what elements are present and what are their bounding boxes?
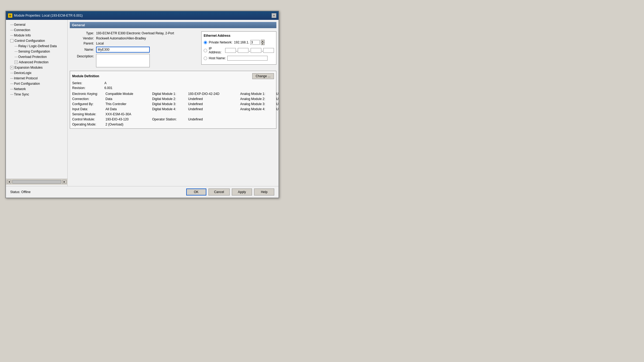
sensing-module-label: Sensing Module: bbox=[72, 112, 104, 116]
change-button[interactable]: Change ... bbox=[252, 73, 274, 79]
title-bar-left: M Module Properties: Local (193-ECM-ETR … bbox=[8, 13, 83, 18]
private-ip-row: 192.168.1. ▲ ▼ bbox=[234, 40, 265, 45]
status-label: Status: bbox=[10, 190, 20, 194]
section-header: General bbox=[70, 22, 276, 28]
electronic-keying-value: Compatible Module bbox=[105, 92, 151, 96]
vendor-label: Vendor: bbox=[70, 36, 94, 40]
name-label: Name: bbox=[70, 48, 94, 51]
sidebar-item-relay-logic[interactable]: — Relay / Logic-Defined Data bbox=[6, 43, 67, 49]
vendor-value: Rockwell Automation/Allen-Bradley bbox=[96, 36, 146, 40]
scroll-right-arrow[interactable]: ► bbox=[62, 180, 67, 184]
dialog-window: M Module Properties: Local (193-ECM-ETR … bbox=[5, 11, 279, 198]
scroll-left-arrow[interactable]: ◄ bbox=[7, 180, 11, 184]
type-label: Type: bbox=[70, 31, 94, 35]
name-input[interactable] bbox=[96, 47, 150, 53]
private-network-radio[interactable] bbox=[204, 41, 207, 44]
spin-up-button[interactable]: ▲ bbox=[261, 40, 265, 42]
app-icon: M bbox=[8, 13, 12, 18]
type-value: 193-ECM-ETR E300 Electronic Overload Rel… bbox=[96, 31, 174, 35]
analog-module-1-value: Undefined bbox=[276, 92, 279, 96]
sidebar-item-connection[interactable]: — Connection bbox=[6, 27, 67, 33]
sidebar-item-port-config[interactable]: — Port Configuration bbox=[6, 81, 67, 86]
dialog-body: — General — Connection — Module Info bbox=[6, 20, 279, 186]
left-column: Type: 193-ECM-ETR E300 Electronic Overlo… bbox=[70, 31, 198, 69]
spin-buttons: ▲ ▼ bbox=[261, 40, 265, 45]
title-bar: M Module Properties: Local (193-ECM-ETR … bbox=[6, 11, 279, 20]
ip-segment-2[interactable] bbox=[238, 48, 248, 53]
expander-control-config[interactable]: - bbox=[10, 39, 13, 42]
host-name-row: Host Name: bbox=[204, 56, 274, 61]
host-name-radio[interactable] bbox=[204, 57, 207, 60]
sidebar-item-sensing-config[interactable]: — Sensing Configuration bbox=[6, 49, 67, 54]
scroll-track[interactable] bbox=[12, 180, 61, 184]
control-module-label: Control Module: bbox=[72, 117, 104, 121]
ip-segment-1[interactable] bbox=[225, 48, 236, 53]
expander-advanced-protection[interactable]: + bbox=[14, 61, 18, 64]
host-name-label: Host Name: bbox=[209, 56, 226, 60]
series-label: Series: bbox=[72, 81, 104, 85]
ip-fields: . . . bbox=[225, 48, 274, 53]
sidebar-item-advanced-protection[interactable]: + Advanced Protection bbox=[6, 60, 67, 65]
cancel-button[interactable]: Cancel bbox=[208, 189, 230, 195]
operator-station-value: Undefined bbox=[188, 117, 239, 121]
analog-module-3-label: Analog Module 3: bbox=[240, 102, 275, 106]
revision-value: 6.001 bbox=[104, 86, 153, 90]
sidebar-item-control-config[interactable]: - Control Configuration bbox=[6, 38, 67, 43]
private-network-label: Private Network: bbox=[209, 40, 232, 44]
ip-address-radio[interactable] bbox=[204, 49, 207, 52]
sidebar-item-module-info[interactable]: — Module Info bbox=[6, 33, 67, 38]
apply-button[interactable]: Apply bbox=[232, 189, 252, 195]
private-network-ip-base: 192.168.1. bbox=[234, 40, 249, 44]
help-button[interactable]: Help bbox=[254, 189, 274, 195]
window-title: Module Properties: Local (193-ECM-ETR 6.… bbox=[14, 14, 83, 17]
expander-expansion-modules[interactable]: + bbox=[10, 66, 13, 69]
sidebar-item-overload-protection[interactable]: — Overload Protection bbox=[6, 54, 67, 60]
module-definition: Module Definition Change ... Series: A R… bbox=[70, 71, 276, 129]
sidebar-item-internet-protocol[interactable]: — Internet Protocol bbox=[6, 76, 67, 81]
analog-module-3-value: Undefined bbox=[276, 102, 279, 106]
operator-station-label: Operator Station: bbox=[152, 117, 187, 121]
ip-segment-4[interactable] bbox=[263, 48, 274, 53]
description-label: Description: bbox=[70, 54, 94, 58]
close-button[interactable]: × bbox=[272, 13, 276, 18]
electronic-keying-label: Electronic Keying: bbox=[72, 92, 104, 96]
status-area: Status: Offline bbox=[10, 190, 31, 194]
parent-value: Local bbox=[96, 42, 104, 45]
sidebar-item-time-sync[interactable]: — Time Sync bbox=[6, 92, 67, 97]
digital-module-1-value: 193-EXP-DIO-42-24D bbox=[188, 92, 239, 96]
revision-label: Revision: bbox=[72, 86, 104, 90]
operating-mode-value: 2 (Overload) bbox=[105, 123, 151, 126]
status-value: Offline bbox=[21, 190, 30, 194]
digital-module-2-label: Digital Module 2: bbox=[152, 97, 187, 101]
digital-module-3-value: Undefined bbox=[188, 102, 239, 106]
ethernet-title: Ethernet Address bbox=[204, 34, 274, 38]
sensing-module-value: XXX-ESM-IG-30A bbox=[105, 112, 151, 116]
sidebar-item-general[interactable]: — General bbox=[6, 22, 67, 27]
private-network-suffix-input[interactable] bbox=[250, 40, 260, 45]
host-name-input[interactable] bbox=[227, 56, 268, 61]
ip-address-row: IP Address: . . . bbox=[204, 47, 274, 54]
ip-segment-3[interactable] bbox=[251, 48, 261, 53]
description-input[interactable] bbox=[96, 54, 150, 67]
dialog-footer: Status: Offline OK Cancel Apply Help bbox=[6, 186, 279, 198]
module-def-title: Module Definition bbox=[72, 74, 99, 78]
sidebar: — General — Connection — Module Info bbox=[6, 20, 68, 186]
sidebar-item-devicelogix[interactable]: — DeviceLogix bbox=[6, 70, 67, 76]
configured-by-label: Configured By: bbox=[72, 102, 104, 106]
main-content: General Type: 193-ECM-ETR E300 Electroni… bbox=[68, 20, 279, 186]
configured-by-value: This Controller bbox=[105, 102, 151, 106]
sidebar-item-network[interactable]: — Network bbox=[6, 86, 67, 92]
series-value: A bbox=[104, 81, 153, 85]
input-data-label: Input Data: bbox=[72, 107, 104, 111]
digital-module-4-value: Undefined bbox=[188, 107, 239, 111]
sidebar-scrollbar[interactable]: ◄ ► bbox=[6, 179, 68, 185]
ip-address-label: IP Address: bbox=[209, 47, 224, 54]
spin-down-button[interactable]: ▼ bbox=[261, 42, 265, 45]
ethernet-box: Ethernet Address Private Network: 192.16… bbox=[201, 31, 276, 65]
ethernet-section: Ethernet Address Private Network: 192.16… bbox=[201, 31, 276, 69]
ok-button[interactable]: OK bbox=[186, 189, 206, 195]
analog-module-2-value: Undefined bbox=[276, 97, 279, 101]
sidebar-item-expansion-modules[interactable]: + Expansion Modules bbox=[6, 65, 67, 70]
parent-label: Parent: bbox=[70, 42, 94, 45]
control-module-value: 193-EIO-43-120 bbox=[105, 117, 151, 121]
